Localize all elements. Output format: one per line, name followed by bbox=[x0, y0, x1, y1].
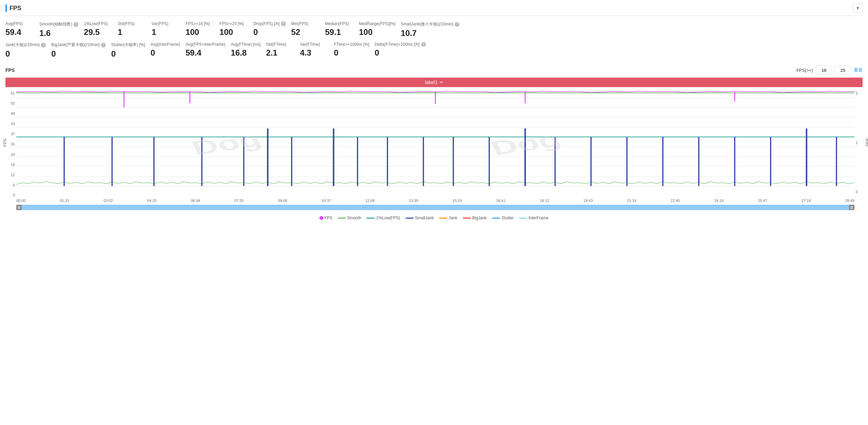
metric-value: 59.4 bbox=[5, 27, 34, 37]
fps-controls: FPS(>=) 重置 bbox=[796, 65, 863, 75]
handle-left-icon: ||| bbox=[18, 206, 20, 209]
metric-label: Var(FTime) bbox=[300, 42, 329, 47]
metric-label: Stutter(卡顿率) [%] bbox=[111, 42, 145, 48]
y-tick: 6 bbox=[13, 183, 15, 187]
x-tick: 13:39 bbox=[409, 199, 418, 203]
legend-item: Jank bbox=[439, 216, 457, 220]
reset-button[interactable]: 重置 bbox=[854, 67, 863, 73]
metric-label: Median(FPS) bbox=[325, 21, 354, 26]
legend-item: InterFrame bbox=[519, 216, 549, 220]
metric-item: Var(FTime)4.3 bbox=[300, 41, 334, 59]
y-tick: 37 bbox=[11, 132, 15, 136]
metric-item: FPS>=18 [%]100 bbox=[185, 20, 219, 38]
dropdown-button[interactable]: ▼ bbox=[853, 3, 863, 13]
metric-value: 0 bbox=[334, 48, 369, 58]
metric-item: BigJank(严重卡顿)(/10min)?0 bbox=[51, 41, 111, 60]
fps-18-input[interactable] bbox=[816, 65, 832, 75]
metric-label: 1%Low(FPS) bbox=[84, 21, 112, 26]
metric-label: FPS>=25 [%] bbox=[219, 21, 248, 26]
metric-value: 0 bbox=[253, 27, 285, 37]
label-bar[interactable]: label1 ✏ bbox=[5, 78, 863, 87]
x-tick: 01:31 bbox=[60, 199, 70, 203]
metric-label: Std(FPS) bbox=[118, 21, 146, 26]
y-tick: 12 bbox=[11, 173, 15, 177]
metric-item: Var(FPS)1 bbox=[152, 20, 185, 38]
header-bar: FPS ▼ bbox=[5, 3, 863, 16]
metric-item: Jank(卡顿)(/10min)?0 bbox=[5, 41, 51, 60]
legend: FPSSmooth1%Low(FPS)SmallJankJankBigJankS… bbox=[5, 213, 863, 223]
info-icon[interactable]: ? bbox=[421, 42, 426, 47]
title-accent-bar bbox=[5, 4, 7, 12]
legend-line bbox=[492, 218, 500, 219]
info-icon[interactable]: ? bbox=[101, 43, 106, 47]
x-axis: 00:0001:3103:0204:3306:0407:3509:0610:37… bbox=[5, 197, 863, 203]
y-tick: 43 bbox=[11, 122, 15, 126]
info-icon[interactable]: ? bbox=[281, 21, 286, 26]
x-tick: 24:16 bbox=[714, 199, 724, 203]
x-tick: 04:33 bbox=[147, 199, 157, 203]
scrollbar-handle-right[interactable]: ||| bbox=[849, 205, 854, 210]
metric-value: 1 bbox=[152, 27, 180, 37]
y-axis-right-2: 2 bbox=[856, 91, 858, 95]
metric-value: 16.8 bbox=[231, 48, 261, 58]
legend-line bbox=[367, 218, 375, 219]
metric-item: Min(FPS)52 bbox=[291, 20, 325, 38]
metric-item: Std(FPS)1 bbox=[118, 20, 152, 38]
metric-item: MedRange(FPS)[%]100 bbox=[359, 20, 401, 38]
metrics-section: Avg(FPS)59.4Smooth(稳帧指数)?1.61%Low(FPS)29… bbox=[5, 20, 863, 60]
y-tick: 31 bbox=[11, 142, 15, 146]
metric-value: 29.5 bbox=[84, 27, 112, 37]
y-axis-right-0: 0 bbox=[856, 190, 858, 194]
metric-value: 4.3 bbox=[300, 48, 329, 58]
metric-value: 52 bbox=[291, 27, 320, 37]
scrollbar-thumb[interactable] bbox=[16, 205, 854, 210]
metric-item: Avg(FPS+InterFrame)59.4 bbox=[185, 41, 231, 59]
metric-label: Avg(FPS) bbox=[5, 21, 34, 26]
fps-chart-svg: Dog Dog bbox=[16, 88, 854, 196]
info-icon[interactable]: ? bbox=[41, 43, 46, 47]
metric-item: Avg(FTime) [ms]16.8 bbox=[231, 41, 266, 59]
metric-label: FPS>=18 [%] bbox=[185, 21, 214, 26]
x-tick: 10:37 bbox=[322, 199, 331, 203]
metric-label: Jank(卡顿)(/10min)? bbox=[5, 42, 46, 48]
legend-label: Stutter bbox=[501, 216, 513, 220]
x-tick: 19:43 bbox=[584, 199, 593, 203]
legend-label: FPS bbox=[324, 216, 332, 220]
chart-header: FPS FPS(>=) 重置 bbox=[5, 65, 863, 75]
metric-value: 2.1 bbox=[266, 48, 295, 58]
info-icon[interactable]: ? bbox=[455, 22, 459, 27]
x-tick: 06:04 bbox=[191, 199, 200, 203]
chart-area: FPS 61554943373124181260 bbox=[5, 88, 863, 197]
metric-value: 59.1 bbox=[325, 27, 354, 37]
metric-item: FTime>=100ms [%]0 bbox=[334, 41, 375, 59]
page-title: FPS bbox=[5, 4, 21, 12]
x-tick: 18:12 bbox=[540, 199, 549, 203]
y-axis-right: 2 1 0 bbox=[854, 88, 863, 197]
metric-label: Avg(InterFrame) bbox=[151, 42, 180, 47]
x-tick: 16:41 bbox=[496, 199, 506, 203]
legend-item: SmallJank bbox=[406, 216, 434, 220]
y-tick: 18 bbox=[11, 163, 15, 167]
metric-item: SmallJank(微小卡顿)(/10min)?10.7 bbox=[401, 20, 465, 39]
scrollbar-handle-left[interactable]: ||| bbox=[16, 205, 22, 210]
metric-value: 10.7 bbox=[401, 28, 459, 38]
y-tick: 55 bbox=[11, 101, 15, 105]
x-tick: 03:02 bbox=[103, 199, 113, 203]
metric-item: Std(FTime)2.1 bbox=[266, 41, 300, 59]
legend-item: Stutter bbox=[492, 216, 513, 220]
metric-item: Avg(FPS)59.4 bbox=[5, 20, 39, 38]
legend-label: 1%Low(FPS) bbox=[376, 216, 400, 220]
metric-label: BigJank(严重卡顿)(/10min)? bbox=[51, 42, 106, 48]
metric-label: Smooth(稳帧指数)? bbox=[39, 21, 78, 27]
metric-value: 100 bbox=[185, 27, 214, 37]
metric-item: 1%Low(FPS)29.5 bbox=[84, 20, 118, 38]
x-tick: 00:00 bbox=[16, 199, 26, 203]
edit-icon: ✏ bbox=[440, 80, 443, 85]
legend-line bbox=[519, 218, 527, 219]
chart-canvas: Dog Dog bbox=[16, 88, 854, 197]
x-tick: 22:45 bbox=[671, 199, 680, 203]
x-tick: 15:10 bbox=[453, 199, 462, 203]
fps-25-input[interactable] bbox=[835, 65, 851, 75]
legend-item: 1%Low(FPS) bbox=[367, 216, 400, 220]
info-icon[interactable]: ? bbox=[74, 22, 78, 27]
